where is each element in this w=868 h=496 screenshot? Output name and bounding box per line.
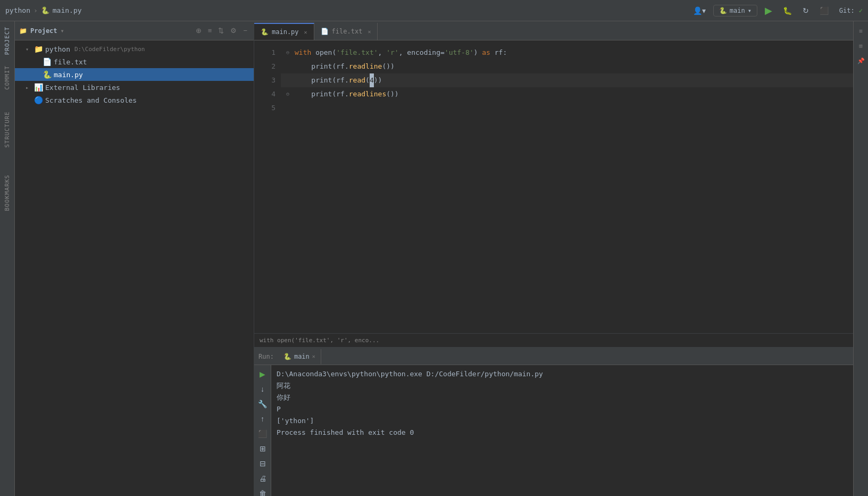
tree-item-scratches[interactable]: ▸ 🔵 Scratches and Consoles: [15, 94, 254, 106]
bottom-panel: Run: 🐍 main ✕ ▶ ↓ 🔧 ↑ ⬛ ⊞ ⊟ 🖨: [254, 347, 853, 496]
scratch-icon: 🔵: [34, 96, 43, 104]
console-line-7: Process finished with exit code 0: [277, 427, 848, 439]
file-icon-py: 🐍: [41, 6, 49, 14]
tab-main-py-label: main.py: [272, 28, 299, 36]
breadcrumb-bar: with open('file.txt', 'r', enco...: [254, 333, 853, 347]
run-config-label: main: [730, 7, 745, 14]
code-text-1: with open('file.txt', 'r', encoding='utf…: [295, 46, 507, 60]
refresh-button[interactable]: ↻: [799, 4, 812, 17]
panel-toolbar: ⊕ ≡ ⇅ ⚙ −: [194, 26, 249, 36]
tab-file-txt-label: file.txt: [332, 28, 363, 35]
main-layout: Project Commit Structure Bookmarks 📁 Pro…: [0, 21, 868, 496]
console-line-3: 你好: [277, 392, 848, 403]
settings-button[interactable]: ⚙: [228, 26, 239, 36]
project-dropdown-arrow[interactable]: ▾: [61, 27, 64, 35]
expand-button[interactable]: ⇅: [216, 26, 226, 36]
print-button[interactable]: 🖨: [257, 473, 268, 484]
console-left-icons: ▶ ↓ 🔧 ↑ ⬛ ⊞ ⊟ 🖨 🗑: [254, 365, 271, 496]
project-breadcrumb[interactable]: python: [5, 6, 30, 14]
console-line-1: 阿花: [277, 380, 848, 392]
sidebar-item-commit[interactable]: Commit: [4, 60, 11, 95]
editor-content[interactable]: 1 2 3 4 5 ⊖ with open('file.txt', 'r', e…: [254, 40, 853, 333]
debug-button[interactable]: 🐛: [780, 4, 795, 17]
layout-button-2[interactable]: ⊟: [258, 458, 268, 469]
git-label: Git:: [839, 7, 855, 14]
run-label: Run:: [258, 353, 274, 360]
python-folder-label: python: [45, 45, 70, 53]
wrench-button[interactable]: 🔧: [256, 398, 269, 410]
project-panel: 📁 Project ▾ ⊕ ≡ ⇅ ⚙ − ▾ 📁 python D:\Code…: [15, 21, 254, 496]
run-tab-close[interactable]: ✕: [312, 353, 315, 359]
code-text-3: print(rf.read(4)): [295, 73, 382, 87]
expand-arrow-external: ▸: [26, 85, 32, 90]
right-icon-3[interactable]: 📌: [855, 54, 867, 67]
git-status: ✓: [859, 7, 863, 14]
scroll-down-button[interactable]: ↓: [259, 383, 266, 395]
tab-main-py[interactable]: 🐍 main.py ✕: [254, 23, 314, 40]
profile-button[interactable]: 👤▾: [690, 4, 709, 17]
sidebar-item-project[interactable]: Project: [4, 21, 11, 60]
file-breadcrumb[interactable]: main.py: [53, 6, 82, 14]
bottom-tab-main[interactable]: 🐍 main ✕: [278, 349, 321, 364]
breadcrumb-separator: ›: [34, 6, 38, 14]
tree-item-file-txt[interactable]: ▸ 📄 file.txt: [15, 55, 254, 68]
code-line-2: print(rf.readline()): [281, 60, 853, 73]
run-config-selector[interactable]: 🐍 main ▾: [713, 5, 757, 16]
tab-file-txt-close[interactable]: ✕: [368, 29, 371, 35]
console-line-5: ['ython']: [277, 415, 848, 427]
scroll-up-button[interactable]: ↑: [259, 413, 266, 425]
folder-icon: 📁: [19, 27, 27, 35]
main-py-label: main.py: [54, 71, 83, 79]
right-side: 🐍 main.py ✕ 📄 file.txt ✕ 1 2 3 4 5: [254, 21, 853, 496]
locate-button[interactable]: ⊕: [194, 26, 204, 36]
top-bar-right: 👤▾ 🐍 main ▾ ▶ 🐛 ↻ ⬛ Git: ✓: [690, 3, 863, 19]
code-line-1: ⊖ with open('file.txt', 'r', encoding='u…: [281, 46, 853, 60]
breadcrumb-nav: python › 🐍 main.py: [5, 6, 82, 14]
tree-item-external-libs[interactable]: ▸ 📊 External Libraries: [15, 81, 254, 94]
python-folder-path: D:\CodeFilder\python: [74, 46, 145, 53]
project-panel-header: 📁 Project ▾ ⊕ ≡ ⇅ ⚙ −: [15, 21, 254, 40]
bottom-tab-bar: Run: 🐍 main ✕: [254, 348, 853, 365]
console-line-0: D:\Anaconda3\envs\python\python.exe D:/C…: [277, 368, 848, 380]
fold-icon-1[interactable]: ⊖: [286, 46, 295, 60]
tab-main-py-close[interactable]: ✕: [304, 29, 307, 35]
sidebar-item-bookmarks[interactable]: Bookmarks: [4, 169, 11, 217]
collapse-all-button[interactable]: ≡: [206, 26, 214, 36]
rerun-button[interactable]: ▶: [258, 368, 267, 380]
left-sidebar: Project Commit Structure Bookmarks: [0, 21, 15, 496]
file-txt-label: file.txt: [54, 58, 87, 66]
stop-console-button[interactable]: ⬛: [256, 428, 269, 440]
tree-item-python-root[interactable]: ▾ 📁 python D:\CodeFilder\python: [15, 43, 254, 55]
run-config-arrow: ▾: [748, 7, 752, 14]
code-line-3: print(rf.read(4)): [281, 73, 853, 87]
layout-button[interactable]: ⊞: [258, 443, 268, 454]
right-side-panel-icons: ≡ ⊞ 📌: [853, 21, 868, 496]
fold-icon-4[interactable]: ⊖: [286, 87, 295, 101]
code-line-5: [281, 101, 853, 115]
txt-file-icon: 📄: [43, 57, 52, 66]
tab-file-txt[interactable]: 📄 file.txt ✕: [314, 23, 378, 40]
tree-item-main-py[interactable]: ▸ 🐍 main.py: [15, 68, 254, 81]
right-icon-2[interactable]: ⊞: [855, 39, 867, 52]
breadcrumb-text: with open('file.txt', 'r', enco...: [260, 337, 379, 344]
code-text-2: print(rf.readline()): [295, 60, 395, 73]
scratches-label: Scratches and Consoles: [45, 96, 137, 104]
code-text-5: [295, 101, 299, 115]
close-panel-button[interactable]: −: [241, 26, 249, 36]
run-button[interactable]: ▶: [762, 3, 775, 19]
folder-icon-python: 📁: [34, 45, 43, 53]
tab-bar: 🐍 main.py ✕ 📄 file.txt ✕: [254, 21, 853, 40]
trash-button[interactable]: 🗑: [257, 487, 268, 496]
stop-button[interactable]: ⬛: [816, 4, 832, 17]
right-icon-1[interactable]: ≡: [855, 24, 867, 37]
top-bar: python › 🐍 main.py 👤▾ 🐍 main ▾ ▶ 🐛 ↻ ⬛ G…: [0, 0, 868, 21]
line-numbers: 1 2 3 4 5: [254, 40, 281, 333]
code-editor[interactable]: ⊖ with open('file.txt', 'r', encoding='u…: [281, 40, 853, 333]
sidebar-item-structure[interactable]: Structure: [4, 106, 11, 153]
run-tab-label: main: [294, 353, 310, 360]
run-config-py-icon: 🐍: [719, 7, 727, 14]
py-file-icon: 🐍: [43, 70, 52, 79]
expand-arrow-python: ▾: [26, 46, 32, 52]
code-text-4: print(rf.readlines()): [295, 87, 399, 101]
console-output: D:\Anaconda3\envs\python\python.exe D:/C…: [271, 365, 853, 496]
